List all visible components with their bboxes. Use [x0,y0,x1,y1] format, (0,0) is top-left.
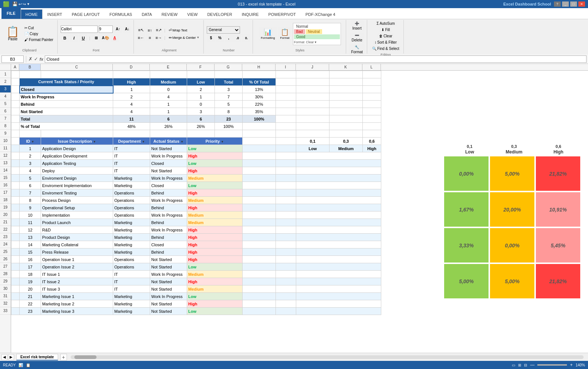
cell-h24[interactable] [243,241,276,248]
row-num-14[interactable]: 14 [0,167,11,174]
cell-d19[interactable]: Operations [113,204,150,211]
cell-e23[interactable]: Behind [150,234,187,241]
align-top-right-button[interactable]: ≡↗ [155,27,163,34]
cell-a26[interactable] [11,256,20,263]
cell-e25[interactable]: Behind [150,248,187,256]
cell-b17[interactable]: 7 [20,189,41,197]
format-as-table-button[interactable]: 📋 Format [278,27,291,41]
cell-b2[interactable]: Current Task Status / Priority [20,78,113,86]
cell-c10[interactable]: Issue Description ▼ [41,138,113,145]
cell-b1[interactable] [20,71,41,78]
row-num-5[interactable]: 5 [0,100,11,108]
row-num-7[interactable]: 7 [0,115,11,122]
cell-a10[interactable] [11,138,20,145]
cell-d22[interactable]: Marketing [113,226,150,234]
cell-h18[interactable] [243,197,276,204]
cell-i9[interactable] [276,130,296,138]
cell-f20[interactable]: Medium [187,211,243,219]
row-num-31[interactable]: 31 [0,292,11,300]
cell-c28[interactable]: IT Issue 1 [41,271,113,278]
cell-i2[interactable] [276,78,296,86]
cell-c17[interactable]: Enviroment Testing [41,189,113,197]
cell-e24[interactable]: Closed [150,241,187,248]
cell-l10[interactable]: 0,6 [363,138,381,145]
cell-a20[interactable] [11,211,20,219]
cell-l2[interactable] [363,78,381,86]
cell-l8[interactable] [363,123,381,130]
cell-f21[interactable]: Medium [187,219,243,226]
cell-c13[interactable]: Application Testing [41,160,113,167]
cell-h30[interactable] [243,285,276,293]
cell-i31[interactable] [276,293,296,300]
cell-k6[interactable] [330,108,363,115]
cell-a19[interactable] [11,204,20,211]
cell-d8[interactable]: 48% [113,123,150,130]
cell-h4[interactable]: 30% [243,93,276,101]
help-button[interactable]: ? [554,1,561,7]
clear-button[interactable]: 🗑 Clear [377,33,394,39]
cell-f5[interactable]: 0 [187,101,215,108]
align-top-left-button[interactable]: ≡↖ [137,27,145,34]
cell-h6[interactable]: 35% [243,108,276,115]
cell-h33[interactable] [243,308,276,315]
cell-b18[interactable]: 8 [20,197,41,204]
cell-a14[interactable] [11,167,20,175]
zoom-out-button[interactable]: — [530,362,534,368]
cell-f11[interactable]: Low [187,145,243,152]
cell-e30[interactable]: Not Started [150,285,187,293]
row-num-25[interactable]: 25 [0,248,11,255]
cell-h9[interactable] [243,130,276,138]
cell-a13[interactable] [11,160,20,167]
cell-e7[interactable]: 6 [150,115,187,123]
sheet-tab-excel-risk[interactable]: Excel risk template [16,354,58,360]
row-num-2[interactable]: 2 [0,78,11,85]
cell-a18[interactable] [11,197,20,204]
cell-d23[interactable]: Marketing [113,234,150,241]
cell-b16[interactable]: 6 [20,182,41,189]
cell-h15[interactable] [243,175,276,182]
row-num-3[interactable]: 3 [0,85,11,93]
align-right-button[interactable]: ≡→ [155,34,163,41]
row-num-19[interactable]: 19 [0,204,11,211]
row-num-9[interactable]: 9 [0,130,11,137]
cell-d13[interactable]: IT [113,160,150,167]
cell-f18[interactable]: Medium [187,197,243,204]
cell-e28[interactable]: Work In Progress [150,271,187,278]
cell-f4[interactable]: 1 [187,93,215,101]
cell-e9[interactable] [150,130,187,138]
tab-data[interactable]: DATA [137,9,157,19]
cell-c21[interactable]: Product Launch [41,219,113,226]
col-header-a[interactable]: A [11,64,19,70]
increase-decimal-button[interactable]: 0. [242,34,250,42]
cell-d4[interactable]: 2 [113,93,150,101]
cell-e27[interactable]: Not Started [150,263,187,271]
cell-e10[interactable]: Actual Status ▼ [150,138,187,145]
currency-button[interactable]: $ [207,34,215,42]
border-button[interactable]: ⊞ [92,34,100,42]
font-color-button[interactable]: A [111,34,119,42]
row-num-1[interactable]: 1 [0,71,11,78]
cell-c1[interactable] [41,71,113,78]
cell-j4[interactable] [296,93,330,101]
cell-e17[interactable]: Behind [150,189,187,197]
cell-c9[interactable] [41,130,113,138]
cell-h2[interactable]: % Of Total [243,78,276,86]
cell-l9[interactable] [363,130,381,138]
cell-d5[interactable]: 4 [113,101,150,108]
font-size-increase-button[interactable]: A↑ [114,26,122,33]
cell-a17[interactable] [11,189,20,197]
cell-e1[interactable] [150,71,187,78]
row-num-21[interactable]: 21 [0,219,11,226]
cell-l11[interactable]: High [363,145,381,152]
cell-i6[interactable] [276,108,296,115]
cell-i12[interactable] [276,152,296,160]
cell-k1[interactable] [330,71,363,78]
cell-b28[interactable]: 18 [20,271,41,278]
cell-f25[interactable]: High [187,248,243,256]
col-header-h[interactable]: H [242,64,276,70]
cell-a11[interactable] [11,145,20,152]
find-select-button[interactable]: 🔍 Find & Select [370,46,401,51]
cell-c15[interactable]: Enviroment Design [41,175,113,182]
cell-b6[interactable]: Not Started [20,108,113,115]
cell-reference-input[interactable] [1,55,24,63]
